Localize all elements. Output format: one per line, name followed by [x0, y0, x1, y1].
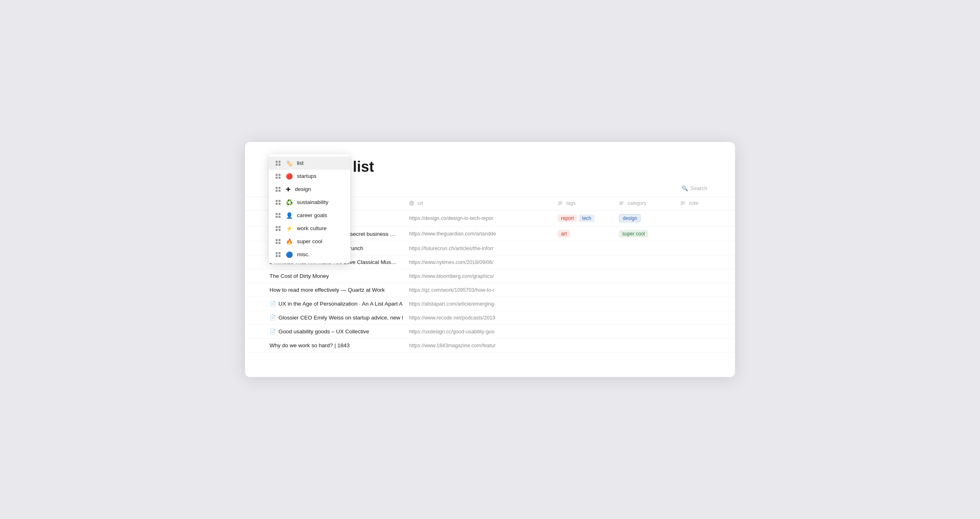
cell-url: https://www.bloomberg.com/graphics/	[403, 269, 551, 283]
dropdown-item-work-culture[interactable]: ⚡ work culture	[269, 222, 350, 235]
cell-note	[674, 226, 735, 242]
doc-icon: 📄UX in the Age of Personalization · An A…	[270, 301, 403, 307]
svg-rect-4	[276, 161, 278, 163]
item-label-work-culture: work culture	[297, 225, 327, 231]
svg-rect-11	[278, 177, 281, 179]
view-dropdown-menu: 🏷️ list 🔴 startups ✚ design	[269, 154, 350, 264]
dropdown-item-super-cool[interactable]: 🔥 super cool	[269, 235, 350, 248]
cell-url: https://futurecrun.ch/articles/the-infor…	[403, 242, 551, 255]
cell-note	[674, 339, 735, 353]
cell-category	[612, 297, 674, 311]
item-label-sustainability: sustainability	[297, 199, 328, 205]
cell-url: https://www.recode.net/podcasts/2019	[403, 311, 551, 325]
cell-headline: How to read more effectively — Quartz at…	[245, 283, 403, 297]
svg-rect-15	[278, 190, 281, 192]
tag-pill: tech	[579, 215, 595, 222]
cell-tags	[551, 325, 612, 339]
svg-rect-18	[276, 203, 278, 205]
grid-icon	[274, 199, 282, 206]
cell-category	[612, 242, 674, 255]
grid-icon	[274, 173, 282, 180]
grid-icon	[274, 238, 282, 245]
svg-rect-30	[276, 242, 278, 244]
col-url: url	[403, 197, 551, 211]
cell-note	[674, 311, 735, 325]
cell-tags	[551, 297, 612, 311]
svg-rect-14	[276, 190, 278, 192]
svg-rect-16	[276, 200, 278, 202]
cell-category	[612, 269, 674, 283]
cell-note	[674, 242, 735, 255]
cell-tags	[551, 283, 612, 297]
item-emoji-design: ✚	[286, 186, 291, 193]
dropdown-item-design[interactable]: ✚ design	[269, 183, 350, 196]
dropdown-item-career-goals[interactable]: 👤 career goals	[269, 209, 350, 222]
cell-note	[674, 269, 735, 283]
svg-rect-33	[278, 252, 281, 254]
svg-rect-25	[278, 226, 281, 228]
dropdown-item-list[interactable]: 🏷️ list	[269, 157, 350, 170]
table-row[interactable]: The Cost of Dirty Moneyhttps://www.bloom…	[245, 269, 735, 283]
cell-note	[674, 297, 735, 311]
table-row[interactable]: 📄Good usability goods – UX Collectivehtt…	[245, 325, 735, 339]
cell-tags	[551, 339, 612, 353]
svg-rect-8	[276, 174, 278, 176]
cell-headline: 📄UX in the Age of Personalization · An A…	[245, 297, 403, 311]
doc-icon: 📄Glossier CEO Emily Weiss on startup adv…	[270, 315, 403, 321]
cell-category	[612, 339, 674, 353]
svg-rect-5	[278, 161, 281, 163]
cell-url: https://alistapart.com/article/emerging-	[403, 297, 551, 311]
table-row[interactable]: How to read more effectively — Quartz at…	[245, 283, 735, 297]
table-row[interactable]: 📄Glossier CEO Emily Weiss on startup adv…	[245, 311, 735, 325]
item-label-career-goals: career goals	[297, 212, 327, 218]
cell-note	[674, 283, 735, 297]
table-row[interactable]: 📄UX in the Age of Personalization · An A…	[245, 297, 735, 311]
cell-note	[674, 255, 735, 269]
cell-headline: The Cost of Dirty Money	[245, 269, 403, 283]
svg-rect-24	[276, 226, 278, 228]
note-col-icon: note	[680, 200, 698, 206]
search-label: Search	[690, 185, 707, 191]
svg-rect-21	[278, 213, 281, 215]
grid-icon	[274, 212, 282, 219]
tag-pill: report	[558, 215, 577, 222]
svg-rect-17	[278, 200, 281, 202]
cell-tags	[551, 269, 612, 283]
svg-rect-29	[278, 239, 281, 241]
svg-rect-12	[276, 187, 278, 189]
cell-headline: 📄Glossier CEO Emily Weiss on startup adv…	[245, 311, 403, 325]
cell-note	[674, 325, 735, 339]
col-tags: tags	[551, 197, 612, 211]
svg-rect-22	[276, 216, 278, 218]
grid-icon	[274, 186, 282, 193]
grid-icon	[274, 225, 282, 232]
svg-rect-23	[278, 216, 281, 218]
item-emoji-super-cool: 🔥	[286, 238, 293, 245]
svg-rect-7	[278, 164, 281, 166]
svg-rect-28	[276, 239, 278, 241]
search-icon: 🔍	[682, 185, 688, 191]
svg-rect-20	[276, 213, 278, 215]
item-emoji-sustainability: ♻️	[286, 199, 293, 206]
svg-rect-31	[278, 242, 281, 244]
cell-url: https://uxdesign.cc/good-usability-goo	[403, 325, 551, 339]
cell-url: https://www.1843magazine.com/featur	[403, 339, 551, 353]
item-label-super-cool: super cool	[297, 238, 322, 244]
dropdown-item-misc[interactable]: 🔵 misc.	[269, 248, 350, 261]
dropdown-item-startups[interactable]: 🔴 startups	[269, 170, 350, 183]
svg-rect-9	[278, 174, 281, 176]
table-row[interactable]: Why do we work so hard? | 1843https://ww…	[245, 339, 735, 353]
cell-headline: Why do we work so hard? | 1843	[245, 339, 403, 353]
dropdown-item-sustainability[interactable]: ♻️ sustainability	[269, 196, 350, 209]
cell-tags	[551, 242, 612, 255]
item-emoji-misc: 🔵	[286, 251, 293, 258]
search-button[interactable]: 🔍 Search	[678, 184, 710, 193]
item-label-misc: misc.	[297, 251, 310, 257]
svg-rect-34	[276, 255, 278, 257]
cell-tags: reporttech	[551, 211, 612, 226]
item-label-startups: startups	[297, 173, 316, 179]
grid-icon	[274, 160, 282, 167]
cell-category: super cool	[612, 226, 674, 242]
svg-rect-10	[276, 177, 278, 179]
col-category: category	[612, 197, 674, 211]
